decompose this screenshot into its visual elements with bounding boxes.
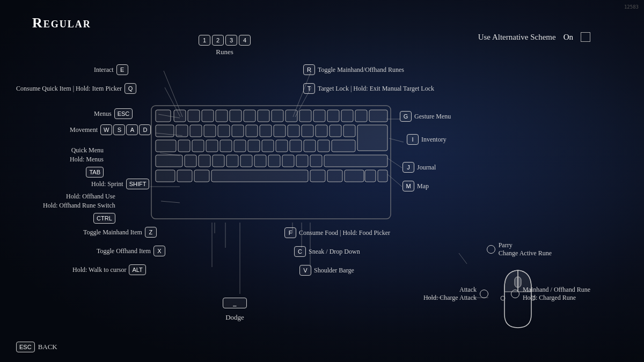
svg-rect-71: [213, 155, 224, 167]
svg-rect-53: [343, 125, 355, 137]
svg-rect-75: [268, 155, 280, 167]
back-key: ESC: [16, 342, 35, 352]
rune-key-3: 3: [225, 35, 237, 46]
svg-rect-63: [276, 140, 288, 152]
svg-rect-67: [332, 140, 355, 152]
dodge-key: ⎯: [223, 298, 247, 308]
svg-rect-55: [156, 140, 176, 152]
svg-rect-30: [244, 110, 255, 122]
svg-rect-83: [211, 170, 308, 182]
svg-rect-56: [178, 140, 190, 152]
back-label: BACK: [38, 343, 57, 351]
annotation-menus: Menus ESC: [94, 108, 133, 119]
annotation-inventory: I Inventory: [407, 134, 447, 145]
svg-rect-35: [313, 110, 325, 122]
svg-rect-74: [254, 155, 266, 167]
annotation-consume-food: F Consume Food | Hold: Food Picker: [284, 227, 390, 238]
svg-rect-51: [316, 125, 327, 137]
offhand-label: Hold: Offhand Use Hold: Offhand Rune Swi…: [43, 192, 115, 210]
annotation-gesture: G Gesture Menu: [400, 111, 451, 122]
map-label: Map: [417, 182, 429, 190]
svg-rect-36: [327, 110, 339, 122]
runes-group: 1 2 3 4 Runes: [199, 35, 251, 56]
svg-rect-43: [204, 125, 216, 137]
svg-rect-47: [260, 125, 272, 137]
consume-label: Consume Quick Item | Hold: Item Picker: [16, 85, 122, 93]
svg-rect-48: [274, 125, 286, 137]
parry-icon: [487, 245, 495, 254]
annotation-mainhand: Mainhand / Offhand Rune Hold: Charged Ru…: [511, 286, 590, 302]
back-button[interactable]: ESC BACK: [16, 342, 57, 352]
menus-key: ESC: [114, 108, 133, 119]
annotation-parry: Parry Change Active Rune: [487, 241, 552, 257]
svg-rect-66: [318, 140, 330, 152]
annotation-map: M Map: [402, 181, 429, 191]
svg-rect-38: [355, 110, 367, 122]
svg-rect-49: [288, 125, 299, 137]
menus-label: Menus: [94, 110, 112, 118]
svg-rect-64: [290, 140, 302, 152]
consume-food-label: Consume Food | Hold: Food Picker: [299, 229, 390, 237]
gesture-label: Gesture Menu: [414, 113, 451, 121]
svg-rect-26: [188, 110, 200, 122]
map-key: M: [402, 181, 414, 191]
svg-rect-25: [174, 110, 186, 122]
annotation-quickmenu: Quick Menu Hold: Menus TAB: [70, 146, 104, 178]
alt-scheme-state: On: [564, 33, 573, 42]
rune-key-2: 2: [212, 35, 224, 46]
page-title: Regular: [32, 15, 91, 31]
svg-rect-54: [357, 125, 387, 151]
consume-food-key: F: [284, 227, 296, 238]
svg-rect-42: [190, 125, 202, 137]
alt-scheme-label: Use Alternative Scheme: [478, 33, 556, 42]
key-a: A: [126, 124, 138, 135]
target-lock-key: T: [303, 83, 315, 94]
annotation-interact: Interact E: [94, 64, 128, 75]
svg-rect-62: [262, 140, 274, 152]
toggle-off-key: X: [153, 246, 165, 256]
svg-rect-88: [378, 170, 387, 182]
rune-key-4: 4: [239, 35, 251, 46]
quickmenu-key: TAB: [86, 167, 104, 178]
svg-rect-50: [302, 125, 313, 137]
annotation-toggle-runes: R Toggle Mainhand/Offhand Runes: [303, 64, 526, 75]
svg-rect-61: [248, 140, 260, 152]
alt-scheme-checkbox[interactable]: [581, 32, 590, 42]
journal-label: Journal: [417, 164, 436, 172]
svg-rect-76: [282, 155, 294, 167]
movement-label: Movement: [70, 126, 98, 134]
sneak-label: Sneak / Drop Down: [309, 248, 360, 256]
svg-rect-80: [156, 170, 175, 182]
svg-rect-58: [206, 140, 218, 152]
consume-key: Q: [125, 83, 136, 94]
mainhand-icon: [511, 290, 519, 298]
toggle-main-label: Toggle Mainhand Item: [83, 228, 142, 237]
interact-label: Interact: [94, 66, 114, 74]
annotation-sneak: C Sneak / Drop Down: [294, 246, 360, 257]
key-w: W: [100, 124, 112, 135]
svg-line-20: [459, 253, 467, 264]
svg-rect-37: [341, 110, 353, 122]
annotation-dodge: ⎯ Dodge: [223, 298, 247, 322]
annotation-offhand: Hold: Offhand Use Hold: Offhand Rune Swi…: [43, 192, 115, 224]
movement-keys: W S A D: [100, 124, 151, 135]
toggle-runes-label: Toggle Mainhand/Offhand Runes: [318, 66, 404, 74]
toggle-off-label: Toggle Offhand Item: [97, 247, 151, 255]
svg-rect-86: [345, 170, 364, 182]
svg-rect-41: [176, 125, 188, 137]
shoulder-key: V: [299, 265, 311, 276]
svg-rect-69: [185, 155, 196, 167]
svg-rect-27: [202, 110, 214, 122]
annotation-movement: Movement W S A D: [70, 124, 151, 135]
rune-key-1: 1: [199, 35, 210, 46]
runes-label: Runes: [199, 48, 251, 56]
toggle-main-key: Z: [145, 227, 157, 238]
shoulder-label: Shoulder Barge: [314, 267, 354, 275]
parry-label: Parry Change Active Rune: [499, 241, 552, 257]
attack-icon: [480, 290, 488, 298]
svg-rect-59: [220, 140, 232, 152]
quickmenu-label: Quick Menu Hold: Menus: [70, 146, 104, 164]
svg-rect-44: [218, 125, 230, 137]
annotation-consume: Consume Quick Item | Hold: Item Picker Q: [16, 83, 136, 94]
svg-rect-34: [299, 110, 311, 122]
